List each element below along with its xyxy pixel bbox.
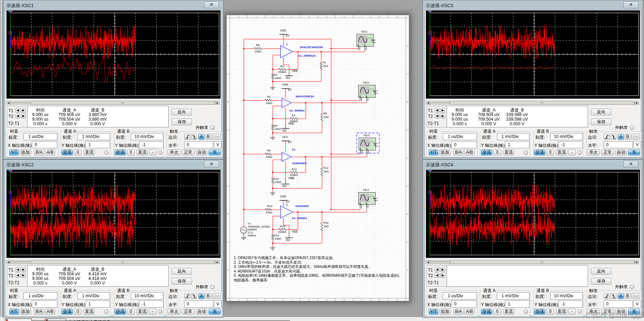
svg-text:0: 0 [238, 16, 239, 18]
svg-text:200kΩ: 200kΩ [290, 173, 298, 177]
svg-text:电阻越高，频率越高: 电阻越高，频率越高 [234, 278, 267, 282]
svg-text:+: + [281, 48, 283, 50]
svg-text:-: - [283, 158, 284, 160]
svg-text:B: B [227, 101, 229, 103]
svg-text:5V: 5V [286, 200, 290, 203]
svg-text:E: E [407, 269, 408, 271]
svg-text:5: 5 [326, 299, 327, 301]
svg-text:-5V: -5V [282, 184, 287, 188]
svg-text:VEE: VEE [292, 230, 298, 233]
svg-text:R13: R13 [267, 205, 272, 208]
svg-text:6: 6 [344, 299, 345, 301]
svg-text:XSC4: XSC4 [363, 189, 369, 191]
svg-text:2: 2 [273, 299, 274, 301]
svg-text:-5V: -5V [282, 129, 287, 132]
svg-text:A: A [407, 45, 408, 47]
svg-text:10kΩ: 10kΩ [274, 76, 281, 80]
svg-text:D: D [227, 213, 229, 215]
svg-text:Ext Trig: Ext Trig [370, 88, 374, 90]
svg-text:7: 7 [361, 299, 362, 301]
svg-text:Ext Trig: Ext Trig [370, 196, 374, 197]
svg-text:XSC2: XSC2 [363, 81, 369, 84]
svg-text:1: 1 [256, 16, 257, 18]
svg-text:1: 1 [10, 11, 11, 13]
svg-text:R7: R7 [292, 114, 296, 117]
svg-text:10kΩ: 10kΩ [266, 102, 272, 105]
svg-text:R16: R16 [323, 221, 329, 224]
svg-text:5: 5 [326, 16, 327, 18]
svg-text:D: D [407, 213, 408, 215]
svg-text:7: 7 [361, 16, 362, 18]
svg-text:U2_500Mhz: U2_500Mhz [289, 109, 305, 112]
svg-text:5V: 5V [286, 34, 290, 37]
svg-text:C: C [227, 157, 229, 159]
svg-text:R2: R2 [274, 73, 278, 76]
svg-text:R14: R14 [274, 234, 279, 237]
svg-text:R6: R6 [256, 44, 260, 47]
svg-text:U4_500Mhz: U4_500Mhz [292, 217, 307, 220]
svg-text:8: 8 [379, 16, 380, 18]
svg-text:-: - [281, 214, 282, 216]
svg-text:10MHz: 10MHz [248, 234, 256, 237]
svg-text:200kΩ: 200kΩ [278, 70, 286, 74]
svg-text:VXX: VXX [282, 83, 288, 86]
svg-text:VXX: VXX [280, 195, 286, 198]
svg-text:VXX: VXX [280, 29, 286, 32]
svg-text:-: - [281, 53, 282, 56]
svg-text:1: 1 [429, 11, 430, 13]
svg-text:2. 工作电压+-2.5~+-5v。不是9v也不是15.: 2. 工作电压+-2.5~+-5v。不是9v也不是15. [234, 260, 302, 264]
svg-text:R8: R8 [323, 112, 327, 115]
svg-text:R4: R4 [267, 95, 271, 98]
svg-text:-5V: -5V [285, 238, 290, 242]
svg-text:3: 3 [291, 299, 292, 301]
svg-text:OPA2357AIDGSR: OPA2357AIDGSR [300, 46, 323, 49]
svg-text:R3: R3 [280, 65, 284, 68]
svg-text:B: B [407, 101, 408, 103]
svg-text:200kΩ: 200kΩ [278, 230, 286, 234]
svg-text:-: - [283, 104, 284, 106]
svg-text:10kΩ: 10kΩ [255, 50, 261, 53]
svg-text:10kΩ: 10kΩ [266, 211, 272, 214]
svg-text:OPA690ID: OPA690ID [295, 205, 309, 208]
svg-text:8: 8 [379, 299, 380, 301]
svg-text:10kΩ: 10kΩ [274, 180, 281, 184]
svg-text:VAA: VAA [282, 135, 288, 139]
svg-text:R12: R12 [323, 166, 329, 170]
svg-text:AD8009AR: AD8009AR [292, 162, 307, 165]
svg-text:5V: 5V [288, 140, 292, 144]
svg-text:9: 9 [396, 16, 398, 18]
svg-text:6: 6 [344, 16, 345, 18]
svg-text:VBB: VBB [288, 176, 294, 180]
svg-text:+: + [281, 208, 283, 210]
svg-text:Ext Trig: Ext Trig [368, 38, 372, 39]
svg-text:1kΩ: 1kΩ [324, 115, 329, 119]
svg-text:-5V: -5V [285, 76, 290, 80]
svg-text:E: E [227, 269, 229, 271]
svg-text:XSC3: XSC3 [363, 134, 370, 137]
svg-text:R11: R11 [292, 168, 297, 171]
svg-text:Ext Trig: Ext Trig [370, 141, 375, 143]
svg-text:10kΩ: 10kΩ [274, 237, 281, 240]
svg-text:5V: 5V [288, 88, 292, 91]
svg-text:XSC1: XSC1 [361, 30, 367, 33]
svg-text:U1_250MhzA: U1_250MhzA [298, 54, 316, 57]
svg-text:R1: R1 [323, 61, 326, 64]
svg-text:+: + [283, 154, 284, 156]
svg-text:C: C [407, 157, 408, 159]
svg-text:5. 电阻如果1K-1M好像都挺正常。如果电阻是10MΩ。A: 5. 电阻如果1K-1M好像都挺正常。如果电阻是10MΩ。AD8009AR就不正… [234, 273, 402, 277]
svg-text:3. 1Mhz带宽的噪声源，此放大器已经失真很大。50khz: 3. 1Mhz带宽的噪声源，此放大器已经失真很大。50khz噪声源将就可以不明显… [234, 264, 372, 269]
svg-text:1: 1 [429, 170, 430, 172]
svg-text:10kΩ: 10kΩ [274, 127, 281, 131]
svg-text:A: A [227, 45, 229, 47]
svg-text:0: 0 [238, 299, 239, 301]
svg-text:1. OPA2357专为视频工作，有单运放OPA357,23: 1. OPA2357专为视频工作，有单运放OPA357,2357是双运放。 [234, 256, 336, 260]
svg-text:4: 4 [308, 299, 310, 301]
svg-text:MAX4100ESA: MAX4100ESA [296, 95, 314, 98]
svg-text:R5: R5 [274, 124, 278, 127]
svg-text:1: 1 [256, 299, 257, 301]
svg-text:4. AD8009JRT是1G的，但是放大有问题。: 4. AD8009JRT是1G的，但是放大有问题。 [234, 269, 304, 273]
svg-text:2: 2 [273, 16, 274, 18]
svg-text:10kΩ: 10kΩ [266, 155, 272, 159]
svg-text:1: 1 [10, 170, 11, 172]
svg-text:3: 3 [291, 16, 292, 18]
